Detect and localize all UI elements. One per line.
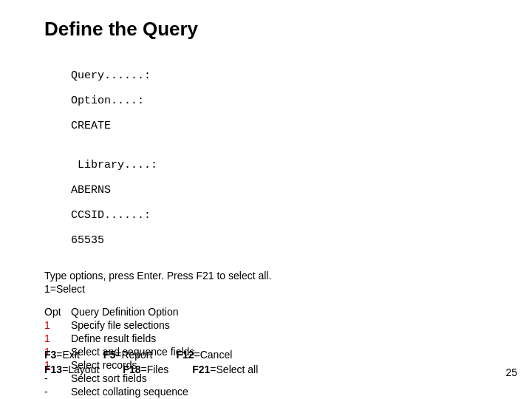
menu-opt: 1: [44, 332, 71, 345]
fkeys-row1: F3=ExitF5=ReportF12=Cancel: [44, 349, 488, 361]
menu-row: -Select collating sequence: [44, 385, 488, 398]
menu-item-label: Define result fields: [71, 332, 488, 345]
fkey-key: F5: [103, 349, 115, 361]
option-spacer: [71, 107, 78, 120]
library-spacer: [71, 171, 91, 184]
fkeys-row2: F13=LayoutF18=FilesF21=Select all: [44, 364, 488, 375]
instructions: Type options, press Enter. Press F21 to …: [44, 270, 488, 295]
instructions-line1: Type options, press Enter. Press F21 to …: [44, 270, 488, 282]
option-value: CREATE: [71, 120, 111, 132]
function-keys: F3=ExitF5=ReportF12=Cancel F13=LayoutF18…: [44, 349, 488, 378]
fkey-key: F3: [44, 349, 56, 361]
header-line1: Query......: Option....: CREATE: [44, 57, 488, 145]
menu-row: 1Specify file selections: [44, 318, 488, 332]
page: Define the Query Query......: Option....…: [0, 0, 532, 399]
menu-item-label: Select collating sequence: [71, 385, 488, 398]
page-number: 25: [505, 366, 517, 378]
fkey-desc: =Exit: [56, 349, 80, 361]
menu-opt: -: [44, 385, 71, 398]
menu-col-label-header: Query Definition Option: [71, 305, 488, 318]
fkey-desc: =Layout: [62, 364, 99, 375]
fkey-key: F21: [192, 364, 210, 375]
header-line2: Library....: ABERNS CCSID......: 65535: [44, 146, 488, 259]
fkey-key: F13: [44, 364, 62, 375]
query-spacer: [71, 82, 137, 95]
ccsid-spacer2: [71, 222, 78, 234]
fkey-desc: =Select all: [210, 364, 258, 375]
menu-item-label: Specify file selections: [71, 318, 488, 332]
fkey-item[interactable]: F13=Layout: [44, 364, 99, 375]
fkey-desc: =Report: [115, 349, 152, 361]
fkey-item[interactable]: F12=Cancel: [176, 349, 232, 361]
fkey-key: F18: [123, 364, 140, 375]
fkey-item[interactable]: F21=Select all: [192, 364, 258, 375]
library-value: ABERNS: [71, 184, 111, 197]
query-label: Query......:: [71, 69, 151, 82]
page-title: Define the Query: [44, 18, 488, 41]
ccsid-label: CCSID......:: [71, 209, 151, 222]
menu-row: 1Define result fields: [44, 332, 488, 345]
fkey-item[interactable]: F18=Files: [123, 364, 168, 375]
fkey-key: F12: [176, 349, 194, 361]
option-label: Option....:: [71, 95, 144, 107]
menu-header-row: Opt Query Definition Option: [44, 305, 488, 318]
menu-opt: 1: [44, 318, 71, 332]
instructions-line2: 1=Select: [44, 283, 488, 295]
fkey-desc: =Files: [140, 364, 168, 375]
fkey-desc: =Cancel: [194, 349, 233, 361]
library-label: Library....:: [71, 159, 157, 171]
ccsid-spacer: [71, 197, 111, 209]
fkey-item[interactable]: F5=Report: [103, 349, 153, 361]
menu-col-opt-header: Opt: [44, 305, 71, 318]
ccsid-value: 65535: [71, 234, 104, 247]
fkey-item[interactable]: F3=Exit: [44, 349, 80, 361]
